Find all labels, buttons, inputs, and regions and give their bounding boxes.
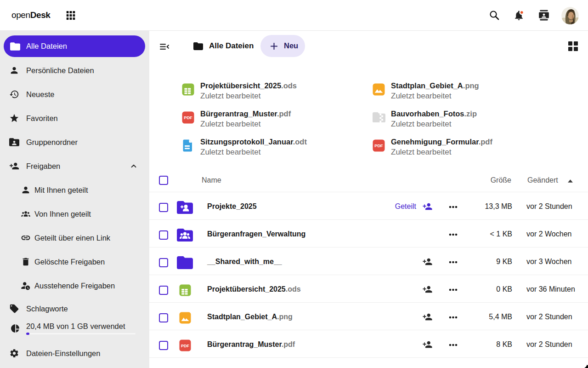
quota-indicator[interactable]: 20,4 MB von 1 GB verwendet (0, 314, 149, 338)
sidebar-item-von-ihnen-geteilt[interactable]: Von Ihnen geteilt (0, 202, 149, 226)
file-type-icon (179, 339, 191, 351)
sidebar-item-label: Schlagworte (26, 305, 68, 313)
contacts-icon[interactable] (535, 6, 553, 24)
recent-file-name: Bauvorhaben_Fotos.zip (391, 109, 477, 118)
row-checkbox[interactable] (159, 258, 168, 267)
recent-file-card[interactable]: Sitzungsprotokoll_Januar.odt Zuletzt bea… (182, 136, 366, 164)
topbar: openDesk (0, 0, 588, 31)
share-icon[interactable] (422, 284, 433, 294)
file-name[interactable]: Projekte_2025 (207, 202, 257, 211)
table-row[interactable]: Stadtplan_Gebiet_A.png 5,4 MB vor 2 Stun… (149, 303, 588, 330)
file-modified: vor 2 Wochen (526, 230, 571, 238)
table-row[interactable]: __Shared_with_me__ 9 KB vor 3 Wochen (149, 247, 588, 275)
recent-file-card[interactable]: Bürgerantrag_Muster.pdf Zuletzt bearbeit… (182, 108, 366, 136)
actions-menu-icon[interactable] (449, 343, 458, 347)
sidebar-item-freigaben[interactable]: Freigaben (0, 154, 149, 178)
share-icon[interactable] (422, 312, 433, 322)
sidebar-item-ausstehende-freigaben[interactable]: Ausstehende Freigaben (0, 274, 149, 298)
table-row[interactable]: Projekte_2025 Geteilt 13,3 MB vor 2 Stun… (149, 192, 588, 220)
table-row[interactable]: Bürgerantrag_Muster.pdf 8 KB vor 2 Stund… (149, 330, 588, 358)
recent-file-card[interactable]: Projektübersicht_2025.ods Zuletzt bearbe… (182, 80, 366, 108)
sidebar-item-label: Dateien-Einstellungen (26, 349, 100, 358)
column-header-modified[interactable]: Geändert (527, 176, 558, 184)
grid-view-icon[interactable] (568, 41, 578, 51)
actions-menu-icon[interactable] (449, 233, 458, 236)
collapse-sidebar-icon[interactable] (160, 44, 169, 50)
sidebar-item-label: Alle Dateien (26, 42, 67, 51)
file-type-icon (177, 229, 193, 242)
recent-file-subtitle: Zuletzt bearbeitet (391, 120, 451, 129)
main-content: Alle Dateien Neu Projektübersicht_2025.o… (149, 31, 588, 368)
share-icon[interactable] (422, 257, 433, 267)
sidebar-item-alle-dateien[interactable]: Alle Dateien (4, 35, 145, 57)
apps-grid-icon[interactable] (66, 11, 75, 20)
file-name[interactable]: Projektübersicht_2025.ods (207, 285, 301, 293)
sidebar-item-settings[interactable]: Dateien-Einstellungen (0, 341, 149, 365)
sidebar-item-label: Gruppenordner (26, 138, 78, 147)
recent-file-subtitle: Zuletzt bearbeitet (200, 148, 260, 157)
file-type-icon (182, 139, 194, 152)
notification-bell-icon[interactable] (509, 6, 528, 24)
table-row[interactable]: Bürgeranfragen_Verwaltung < 1 KB vor 2 W… (149, 220, 588, 247)
share-icon[interactable] (422, 339, 433, 350)
table-row[interactable] (149, 358, 588, 368)
row-checkbox[interactable] (159, 230, 168, 240)
select-all-checkbox[interactable] (159, 176, 168, 185)
sidebar-item-geteilt-ber-einen-link[interactable]: Geteilt über einen Link (0, 226, 149, 250)
sidebar-item-gruppenordner[interactable]: Gruppenordner (0, 130, 149, 154)
sidebar-item-label: Von Ihnen geteilt (34, 210, 91, 218)
chevron-up-icon[interactable] (130, 162, 138, 170)
file-size: 9 KB (496, 258, 512, 266)
file-size: 5,4 MB (489, 313, 512, 321)
sidebar-item-neueste[interactable]: Neueste (0, 82, 149, 106)
file-name[interactable]: Stadtplan_Gebiet_A.png (207, 313, 293, 321)
column-header-name[interactable]: Name (202, 176, 221, 184)
share-icon[interactable] (422, 201, 433, 212)
recent-file-subtitle: Zuletzt bearbeitet (391, 92, 451, 101)
sidebar-item-icon (21, 281, 31, 291)
row-checkbox[interactable] (159, 313, 168, 322)
actions-menu-icon[interactable] (449, 316, 458, 319)
sidebar-item-gel-schte-freigaben[interactable]: Gelöschte Freigaben (0, 250, 149, 274)
breadcrumb-folder-icon (193, 42, 203, 51)
actions-menu-icon[interactable] (449, 260, 458, 264)
actions-menu-icon[interactable] (449, 288, 458, 292)
sidebar-item-icon (9, 161, 19, 171)
file-size: 0 KB (496, 285, 512, 293)
sidebar-item-pers-nliche-dateien[interactable]: Persönliche Dateien (0, 58, 149, 82)
recent-file-name: Genehmigung_Formular.pdf (391, 138, 492, 146)
new-button[interactable]: Neu (260, 35, 305, 57)
sidebar-item-mit-ihnen-geteilt[interactable]: Mit Ihnen geteilt (0, 178, 149, 202)
table-row[interactable]: Projektübersicht_2025.ods 0 KB vor 36 Mi… (149, 275, 588, 303)
shared-status-label[interactable]: Geteilt (395, 202, 416, 211)
sidebar-item-icon (21, 233, 31, 243)
actions-menu-icon[interactable] (449, 205, 458, 209)
file-type-icon (373, 139, 385, 152)
sidebar-item-icon (21, 257, 31, 267)
column-header-size[interactable]: Größe (491, 176, 511, 184)
opendesk-logo[interactable]: openDesk (11, 10, 51, 20)
plus-icon (271, 43, 277, 50)
sidebar-item-label: Favoriten (26, 114, 58, 123)
sidebar-item-icon (21, 185, 31, 195)
file-type-icon (177, 201, 193, 214)
file-type-icon (179, 284, 191, 296)
sidebar-item-icon (9, 137, 19, 147)
sort-asc-icon[interactable] (567, 179, 573, 183)
sidebar-item-favoriten[interactable]: Favoriten (0, 106, 149, 130)
recent-file-card[interactable]: Genehmigung_Formular.pdf Zuletzt bearbei… (373, 136, 556, 164)
recent-file-card[interactable]: Stadtplan_Gebiet_A.png Zuletzt bearbeite… (373, 80, 556, 108)
file-name[interactable]: Bürgeranfragen_Verwaltung (207, 230, 305, 238)
file-name[interactable]: Bürgerantrag_Muster.pdf (207, 340, 295, 349)
search-icon[interactable] (485, 6, 503, 24)
file-type-icon (182, 83, 194, 96)
row-checkbox[interactable] (159, 286, 168, 295)
user-avatar[interactable] (561, 7, 579, 24)
page-title: Alle Dateien (209, 41, 254, 51)
sidebar-item-label: Freigaben (26, 162, 60, 171)
row-checkbox[interactable] (159, 341, 168, 350)
recent-file-subtitle: Zuletzt bearbeitet (200, 92, 260, 101)
row-checkbox[interactable] (159, 203, 168, 212)
file-name[interactable]: __Shared_with_me__ (207, 258, 282, 266)
recent-file-card[interactable]: Bauvorhaben_Fotos.zip Zuletzt bearbeitet (373, 108, 556, 136)
